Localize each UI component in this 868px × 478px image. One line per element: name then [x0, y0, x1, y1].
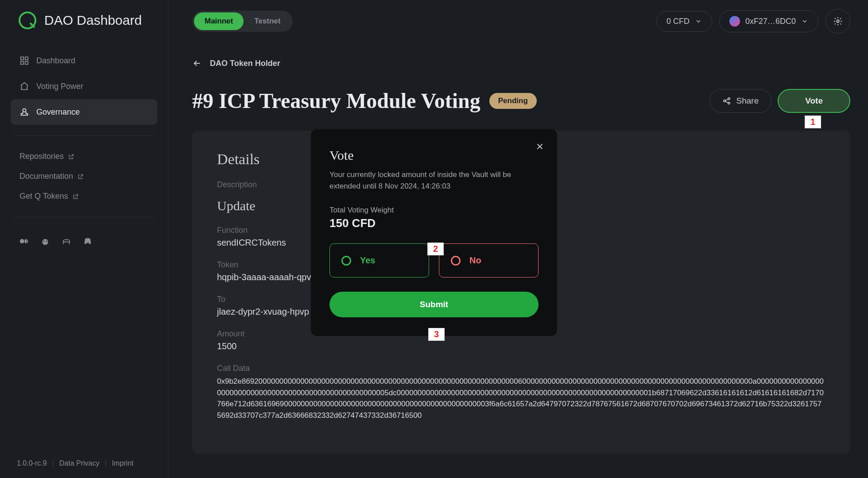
modal-overlay: Vote Your currently locked amount of ins…: [0, 0, 868, 478]
radio-icon: [341, 256, 351, 266]
yes-label: Yes: [360, 255, 375, 266]
submit-button[interactable]: Submit: [329, 292, 539, 317]
weight-label: Total Voting Weight: [329, 206, 539, 215]
weight-value: 150 CFD: [329, 216, 539, 230]
marker-1: 1: [805, 116, 821, 128]
radio-icon: [451, 256, 461, 266]
marker-3: 3: [428, 328, 445, 341]
marker-2: 2: [427, 243, 444, 255]
close-icon[interactable]: [535, 142, 545, 151]
no-label: No: [469, 255, 481, 266]
modal-title: Vote: [329, 148, 539, 163]
vote-option-yes[interactable]: Yes: [329, 243, 429, 278]
modal-subtitle: Your currently locked amount of inside t…: [329, 169, 539, 192]
vote-modal: Vote Your currently locked amount of ins…: [311, 129, 557, 336]
vote-option-no[interactable]: No: [439, 243, 539, 278]
